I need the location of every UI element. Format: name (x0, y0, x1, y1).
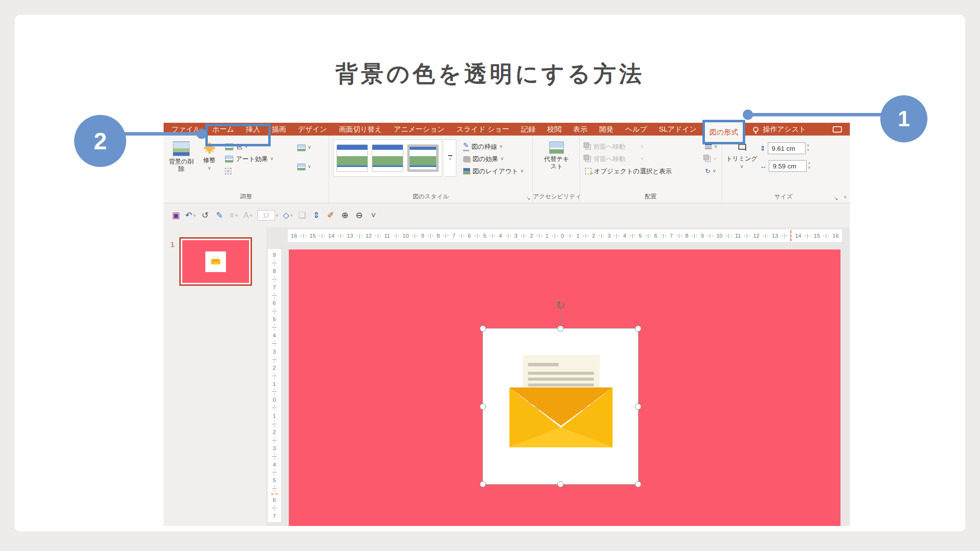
zoom-in-button[interactable]: ⊕ (338, 207, 351, 224)
resize-handle-right[interactable] (635, 403, 642, 410)
edit-picture-button[interactable]: ✐ (324, 207, 337, 224)
tell-me-assist[interactable]: 操作アシスト (753, 125, 806, 134)
ribbon-tab[interactable]: 表示 (567, 123, 593, 136)
comments-icon[interactable] (833, 126, 842, 133)
collapse-ribbon-icon[interactable]: ˄ (844, 194, 847, 200)
quick-access-toolbar: ▣↶˅↺✎≡˅A˅12˅◇˅❏⇕✐⊕⊖˅ (164, 203, 850, 227)
chevron-down-icon: ˅ (521, 169, 524, 174)
chevron-down-icon: ˅ (250, 213, 252, 218)
ribbon-tab[interactable]: アニメーション (388, 123, 451, 136)
ruler-number: 11 (384, 233, 390, 239)
chevron-down-icon: ˅ (740, 165, 743, 169)
resize-handle-top[interactable] (558, 326, 564, 332)
crop-button[interactable]: トリミング ˅ (726, 139, 757, 192)
rotation-handle-icon[interactable]: ↻ (556, 300, 565, 311)
format-painter-button[interactable]: ✎ (213, 207, 226, 224)
shape-height-spinner[interactable]: ˄˅ (807, 144, 810, 153)
slide-canvas[interactable]: ↻ (289, 249, 840, 526)
picture-style-thumbnail[interactable] (336, 144, 368, 172)
ruler-number: 8 (273, 268, 276, 274)
save-button[interactable]: ▣ (169, 207, 182, 224)
shape-height-input[interactable]: 9.61 cm (768, 142, 806, 154)
callout-1-badge: 1 (880, 95, 927, 142)
ruler-number: 4 (273, 332, 276, 338)
chevron-down-icon: ˅ (290, 213, 293, 218)
ribbon-tab[interactable]: 校閲 (541, 123, 567, 136)
arrange-objects-button[interactable]: ❏ (296, 207, 308, 224)
color-button-highlight-box (205, 124, 271, 146)
lightbulb-icon (753, 127, 758, 132)
cursor-position-marker (790, 230, 791, 241)
picture-effects-button[interactable]: 図の効果 ˅ (462, 153, 525, 165)
chevron-down-icon: ˅ (208, 166, 211, 171)
powerpoint-screenshot: ファイルホーム挿入描画デザイン画面切り替えアニメーションスライド ショー記録校閲… (164, 123, 850, 526)
ruler-number: 3 (608, 233, 611, 239)
rotate-button[interactable]: ↻ ˅ (703, 165, 719, 177)
shapes-button[interactable]: ◇˅ (281, 207, 294, 224)
resize-handle-top-left[interactable] (480, 326, 486, 332)
ruler-number: 10 (402, 233, 409, 239)
artistic-effects-button[interactable]: アート効果 ˅ (224, 153, 293, 165)
selection-pane-label: オブジェクトの選択と表示 (594, 167, 672, 176)
adjust-group-label: 調整 (164, 193, 329, 201)
transparency-button[interactable] (224, 165, 293, 177)
ribbon-group-accessibility: 代替テキスト アクセシビリティ (533, 136, 580, 203)
chevron-down-icon: ˅ (713, 169, 716, 174)
dialog-launcher-icon[interactable]: ↘ (834, 195, 838, 201)
bullet-list-icon: ≡ (229, 211, 234, 220)
more-bar-icon (448, 155, 452, 156)
remove-background-button[interactable]: 背景の削除 (168, 139, 195, 192)
more-commands-button[interactable]: ˅ (367, 207, 380, 224)
alt-text-button[interactable]: 代替テキスト (542, 139, 571, 192)
undo-button[interactable]: ↶˅ (184, 207, 197, 224)
dialog-launcher-icon[interactable]: ↘ (527, 195, 531, 201)
rotate-icon: ↻ (705, 168, 710, 174)
resize-handle-bottom-right[interactable] (635, 481, 642, 488)
change-picture-button[interactable]: ˅ (296, 161, 312, 173)
picture-effects-label: 図の効果 (473, 155, 498, 164)
ribbon-tab[interactable]: 記録 (515, 123, 541, 136)
chevron-down-icon: ˅ (714, 144, 717, 149)
ruler-number: 9 (701, 233, 704, 239)
shape-width-spinner[interactable]: ˄˅ (808, 162, 811, 170)
picture-layout-button[interactable]: 図のレイアウト ˅ (462, 165, 525, 177)
font-size-button[interactable]: 12˅ (256, 207, 280, 224)
resize-handle-top-right[interactable] (635, 326, 642, 332)
ruler-number: 1 (545, 233, 548, 239)
shape-height-row: ⇕ 9.61 cm ˄˅ (760, 141, 811, 156)
bullet-list-button[interactable]: ≡˅ (227, 207, 240, 224)
font-color-button[interactable]: A˅ (242, 207, 254, 224)
ribbon-tab[interactable]: 開発 (593, 123, 619, 136)
ribbon-tab[interactable]: 図の形式 (702, 120, 745, 144)
ruler-number: 12 (365, 233, 372, 239)
align-icon (705, 144, 712, 149)
selected-picture[interactable]: ↻ (482, 328, 639, 485)
resize-handle-bottom-left[interactable] (480, 481, 486, 488)
ruler-number: 11 (735, 233, 741, 239)
ribbon-tab[interactable]: 画面切り替え (333, 123, 388, 136)
picture-styles-more-button[interactable]: ˅ (445, 139, 456, 177)
resize-handle-left[interactable] (480, 403, 486, 410)
ribbon-tab[interactable]: ヘルプ (619, 123, 653, 136)
picture-style-thumbnail[interactable] (372, 144, 403, 172)
ruler-number: 8 (437, 233, 440, 239)
workspace: 1 (164, 227, 850, 526)
content-card: 背景の色を透明にする方法 ファイルホーム挿入描画デザイン画面切り替えアニメーショ… (15, 15, 965, 531)
corrections-button[interactable]: 修整 ˅ (197, 139, 221, 192)
slide-thumbnail[interactable] (179, 237, 252, 286)
resize-height-button[interactable]: ⇕ (310, 207, 323, 224)
redo-button[interactable]: ↺ (199, 207, 212, 224)
selection-pane-button[interactable]: オブジェクトの選択と表示 (584, 165, 701, 177)
change-picture-icon (297, 164, 306, 170)
ribbon-tab[interactable]: SLアドイン (653, 123, 702, 136)
ribbon-tab[interactable]: スライド ショー (450, 123, 515, 136)
callout-2-badge: 2 (74, 115, 126, 167)
shape-width-input[interactable]: 9.59 cm (769, 160, 807, 172)
ribbon-tab[interactable]: デザイン (292, 123, 333, 136)
format-painter-icon: ✎ (216, 210, 223, 220)
picture-style-thumbnail[interactable] (407, 144, 439, 172)
zoom-out-button[interactable]: ⊖ (353, 207, 365, 224)
callout-2-dot (196, 129, 207, 139)
resize-handle-bottom[interactable] (558, 481, 564, 488)
remove-background-label: 背景の削除 (168, 158, 195, 173)
